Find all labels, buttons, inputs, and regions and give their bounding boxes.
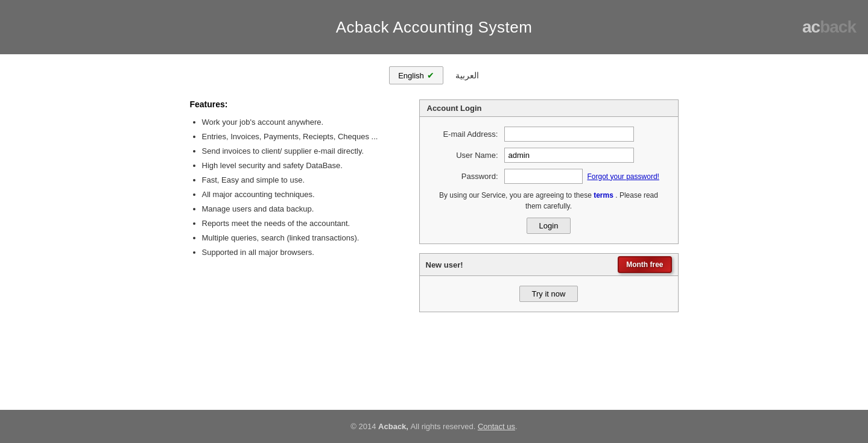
list-item: High level security and safety DataBase.	[202, 159, 395, 173]
list-item: Fast, Easy and simple to use.	[202, 173, 395, 187]
page-footer: © 2014 Acback, All rights reserved. Cont…	[0, 410, 868, 443]
footer-period: .	[515, 422, 518, 431]
right-panel: Account Login E-mail Address: User Name:	[419, 99, 679, 312]
list-item: Entries, Invoices, Payments, Reciepts, C…	[202, 130, 395, 144]
list-item: Work your job's account anywhere.	[202, 115, 395, 130]
password-input[interactable]	[504, 169, 583, 184]
contact-us-link[interactable]: Contact us	[478, 422, 515, 431]
login-box-body: E-mail Address: User Name: Password: For	[420, 117, 678, 243]
features-section: Features: Work your job's account anywhe…	[190, 99, 395, 260]
login-box-title: Account Login	[420, 100, 678, 117]
month-free-badge: Month free	[618, 256, 671, 273]
terms-before: By using our Service, you are agreeing t…	[439, 191, 592, 200]
terms-link[interactable]: terms	[594, 191, 613, 200]
login-btn-row: Login	[432, 218, 666, 234]
language-bar: English ✔ العربية	[0, 66, 868, 84]
footer-copy: © 2014	[350, 422, 376, 431]
logo-back: back	[820, 17, 856, 36]
new-user-box: New user! Month free Try it now	[419, 253, 679, 312]
list-item: All major accounting techniques.	[202, 187, 395, 202]
list-item: Reports meet the needs of the accountant…	[202, 216, 395, 231]
footer-rights: All rights reserved.	[411, 422, 476, 431]
new-user-title: New user!	[426, 260, 463, 269]
footer-brand: Acback,	[378, 422, 408, 431]
features-list: Work your job's account anywhere. Entrie…	[190, 115, 395, 260]
english-label: English	[398, 71, 424, 80]
list-item: Multiple queries, search (linked transac…	[202, 231, 395, 245]
features-title: Features:	[190, 99, 395, 109]
username-label: User Name:	[432, 151, 504, 160]
english-checkmark-icon: ✔	[427, 71, 434, 80]
page-title: Acback Accounting System	[336, 18, 533, 37]
login-button[interactable]: Login	[527, 218, 571, 234]
email-label: E-mail Address:	[432, 130, 504, 139]
list-item: Supported in all major browsers.	[202, 245, 395, 260]
english-language-button[interactable]: English ✔	[389, 66, 443, 84]
password-label: Password:	[432, 172, 504, 181]
email-row: E-mail Address:	[432, 127, 666, 142]
password-row: Password: Forgot your password!	[432, 169, 666, 184]
login-box: Account Login E-mail Address: User Name:	[419, 99, 679, 244]
new-user-header: New user! Month free	[420, 254, 678, 276]
logo-ac: ac	[802, 17, 820, 36]
arabic-language-button[interactable]: العربية	[455, 71, 479, 80]
forgot-password-link[interactable]: Forgot your password!	[588, 172, 659, 181]
main-content: English ✔ العربية Features: Work your jo…	[0, 54, 868, 410]
list-item: Send invoices to client/ supplier e-mail…	[202, 144, 395, 159]
terms-text: By using our Service, you are agreeing t…	[432, 190, 666, 212]
list-item: Manage users and data backup.	[202, 202, 395, 216]
username-row: User Name:	[432, 148, 666, 163]
try-it-now-button[interactable]: Try it now	[519, 286, 578, 302]
email-input[interactable]	[504, 127, 634, 142]
logo: acback	[802, 17, 856, 37]
content-columns: Features: Work your job's account anywhe…	[103, 99, 766, 312]
page-header: Acback Accounting System acback	[0, 0, 868, 54]
password-input-group: Forgot your password!	[504, 169, 659, 184]
new-user-body: Try it now	[420, 276, 678, 312]
username-input[interactable]	[504, 148, 634, 163]
